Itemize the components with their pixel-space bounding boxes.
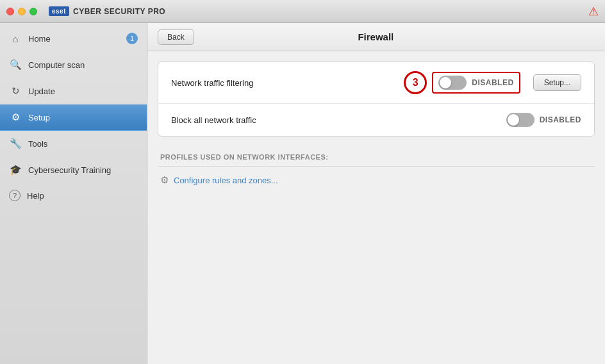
network-traffic-label: Network traffic filtering [171,78,404,88]
annotation-circle: 3 [404,71,427,94]
sidebar-item-label: Help [27,191,138,201]
sidebar-badge-home: 1 [126,33,138,44]
sidebar-item-help[interactable]: ? Help [0,183,147,208]
firewall-row-block-all: Block all network traffic DISABLED [158,104,594,136]
content-area: Back Firewall Network traffic filtering … [147,23,605,364]
app-logo: eset CYBER SECURITY PRO [49,6,165,16]
content-header: Back Firewall [147,23,605,51]
network-traffic-toggle[interactable] [438,76,467,90]
sidebar-item-tools[interactable]: 🔧 Tools [0,131,147,157]
configure-link[interactable]: ⚙ Configure rules and zones... [158,167,595,194]
sidebar-item-label: Setup [28,113,138,122]
close-button[interactable] [6,8,14,15]
sidebar-item-computer-scan[interactable]: 🔍 Computer scan [0,52,147,78]
block-all-toggle[interactable] [506,113,535,127]
block-all-toggle-label: DISABLED [540,115,581,124]
app-name: CYBER SECURITY PRO [73,7,165,16]
profiles-label: PROFILES USED ON NETWORK INTERFACES: [158,153,595,167]
scan-icon: 🔍 [9,58,22,71]
sidebar-item-label: Computer scan [28,60,138,70]
titlebar: eset CYBER SECURITY PRO ⚠ [0,0,605,23]
alert-icon[interactable]: ⚠ [588,4,599,19]
sidebar-item-label: Tools [28,139,138,149]
firewall-panel: Network traffic filtering 3 DISABLED Set… [158,62,595,136]
page-title: Firewall [202,31,550,42]
help-icon: ? [9,190,21,201]
tools-icon: 🔧 [9,137,22,150]
sidebar-item-home[interactable]: ⌂ Home 1 [0,26,147,52]
setup-icon: ⚙ [9,111,22,124]
traffic-lights [6,8,37,15]
sidebar-item-setup[interactable]: ⚙ Setup [0,104,147,131]
sidebar: ⌂ Home 1 🔍 Computer scan ↻ Update ⚙ Setu… [0,23,147,364]
toggle-knob [508,114,519,126]
sidebar-item-label: Update [28,87,138,96]
firewall-row-network-traffic: Network traffic filtering 3 DISABLED Set… [158,62,594,104]
gear-icon: ⚙ [160,174,169,186]
network-traffic-toggle-label: DISABLED [472,78,513,87]
update-icon: ↻ [9,85,22,97]
sidebar-item-cybersecurity-training[interactable]: 🎓 Cybersecurity Training [0,157,147,183]
sidebar-item-label: Home [28,34,120,44]
block-all-toggle-container: DISABLED [506,113,581,127]
eset-badge: eset [49,6,69,16]
configure-link-text: Configure rules and zones... [174,176,278,185]
toggle-knob [440,77,451,88]
profiles-section: PROFILES USED ON NETWORK INTERFACES: ⚙ C… [158,147,595,200]
app-body: ⌂ Home 1 🔍 Computer scan ↻ Update ⚙ Setu… [0,23,605,364]
back-button[interactable]: Back [158,29,194,45]
block-all-label: Block all network traffic [171,115,506,125]
training-icon: 🎓 [9,163,22,176]
minimize-button[interactable] [18,8,26,15]
sidebar-item-label: Cybersecurity Training [28,165,138,175]
maximize-button[interactable] [29,8,37,15]
toggle-highlight-box: DISABLED [432,72,520,94]
sidebar-item-update[interactable]: ↻ Update [0,78,147,104]
home-icon: ⌂ [9,32,22,45]
setup-button[interactable]: Setup... [533,74,581,91]
